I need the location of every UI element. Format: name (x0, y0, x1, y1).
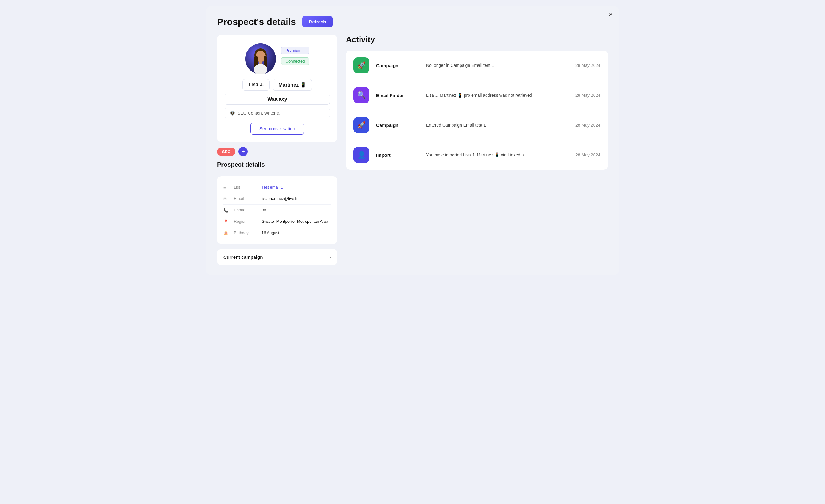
activity-desc-1: Lisa J. Martinez 📱 pro email address was… (426, 92, 569, 98)
detail-label-birthday: Birthday (234, 230, 258, 235)
birthday-icon: 🎂 (223, 231, 231, 235)
activity-desc-3: You have imported Lisa J. Martinez 📱 via… (426, 152, 569, 158)
left-panel: Premium Connected Lisa J. Martinez 📱 Waa… (217, 35, 337, 265)
badges-column: Premium Connected (281, 44, 310, 65)
activity-title: Activity (346, 35, 608, 44)
detail-value-phone: 06 (261, 208, 331, 212)
activity-type-1: Email Finder (376, 93, 419, 98)
email-finder-icon-1: 🔍 (353, 87, 369, 103)
connected-badge: Connected (281, 57, 310, 65)
current-campaign-card: Current campaign - (217, 249, 337, 265)
prospect-details-card: ≡ List Test email 1 ✉ Email lisa.martine… (217, 176, 337, 244)
email-icon: ✉ (223, 197, 231, 201)
prospect-details-modal: × Prospect's details Refresh (206, 6, 619, 275)
job-title: 👽 SEO Content Writer & (225, 108, 330, 118)
activity-date-2: 28 May 2024 (576, 123, 600, 128)
detail-value-list[interactable]: Test email 1 (261, 185, 331, 190)
refresh-button[interactable]: Refresh (302, 16, 333, 27)
detail-label-region: Region (234, 219, 258, 224)
activity-date-0: 28 May 2024 (576, 63, 600, 68)
activity-desc-2: Entered Campaign Email test 1 (426, 122, 569, 129)
premium-badge: Premium (281, 47, 310, 54)
detail-value-region: Greater Montpellier Metropolitan Area (261, 219, 331, 224)
activity-item-2: 🚀 Campaign Entered Campaign Email test 1… (346, 110, 608, 140)
right-panel: Activity 🚀 Campaign No longer in Campaig… (346, 35, 608, 265)
avatar (245, 44, 276, 74)
detail-value-birthday: 16 August (261, 230, 331, 235)
detail-row-birthday: 🎂 Birthday 16 August (223, 227, 331, 238)
activity-type-0: Campaign (376, 63, 419, 68)
current-campaign-label: Current campaign (223, 255, 263, 260)
list-icon: ≡ (223, 185, 231, 190)
activity-type-2: Campaign (376, 123, 419, 128)
prospect-details-title: Prospect details (217, 161, 337, 168)
name-row: Lisa J. Martinez 📱 (225, 79, 330, 90)
detail-row-email: ✉ Email lisa.martinez@live.fr (223, 193, 331, 205)
campaign-icon-0: 🚀 (353, 57, 369, 73)
detail-label-phone: Phone (234, 208, 258, 212)
svg-rect-5 (259, 61, 262, 64)
header-row: Prospect's details Refresh (217, 16, 608, 27)
detail-label-list: List (234, 185, 258, 190)
activity-type-3: Import (376, 152, 419, 158)
add-tag-button[interactable]: + (238, 147, 248, 156)
region-icon: 📍 (223, 219, 231, 224)
page-title: Prospect's details (217, 17, 296, 27)
avatar-silhouette-icon (250, 47, 271, 74)
detail-row-phone: 📞 Phone 06 (223, 205, 331, 216)
profile-card: Premium Connected Lisa J. Martinez 📱 Waa… (217, 35, 337, 142)
see-conversation-button[interactable]: See conversation (250, 123, 304, 135)
import-icon-3: 👤 (353, 147, 369, 163)
avatar-image (245, 44, 276, 74)
detail-label-email: Email (234, 196, 258, 201)
detail-row-list: ≡ List Test email 1 (223, 182, 331, 193)
last-name: Martinez 📱 (273, 79, 312, 90)
activity-date-1: 28 May 2024 (576, 93, 600, 98)
alien-icon: 👽 (230, 111, 235, 116)
content-area: Premium Connected Lisa J. Martinez 📱 Waa… (217, 35, 608, 265)
activity-desc-0: No longer in Campaign Email test 1 (426, 62, 569, 69)
phone-icon: 📞 (223, 208, 231, 213)
close-button[interactable]: × (609, 11, 613, 18)
company-name: Waalaxy (225, 94, 330, 105)
current-campaign-value: - (329, 255, 331, 260)
profile-top: Premium Connected (225, 44, 330, 74)
activity-item-0: 🚀 Campaign No longer in Campaign Email t… (346, 51, 608, 80)
activity-item-1: 🔍 Email Finder Lisa J. Martinez 📱 pro em… (346, 80, 608, 110)
tags-row: SEO + (217, 147, 337, 156)
first-name: Lisa J. (242, 79, 270, 90)
activity-list: 🚀 Campaign No longer in Campaign Email t… (346, 51, 608, 170)
campaign-icon-2: 🚀 (353, 117, 369, 133)
activity-date-3: 28 May 2024 (576, 152, 600, 157)
detail-value-email: lisa.martinez@live.fr (261, 196, 331, 201)
detail-row-region: 📍 Region Greater Montpellier Metropolita… (223, 216, 331, 227)
seo-tag: SEO (217, 148, 235, 156)
activity-item-3: 👤 Import You have imported Lisa J. Marti… (346, 140, 608, 170)
